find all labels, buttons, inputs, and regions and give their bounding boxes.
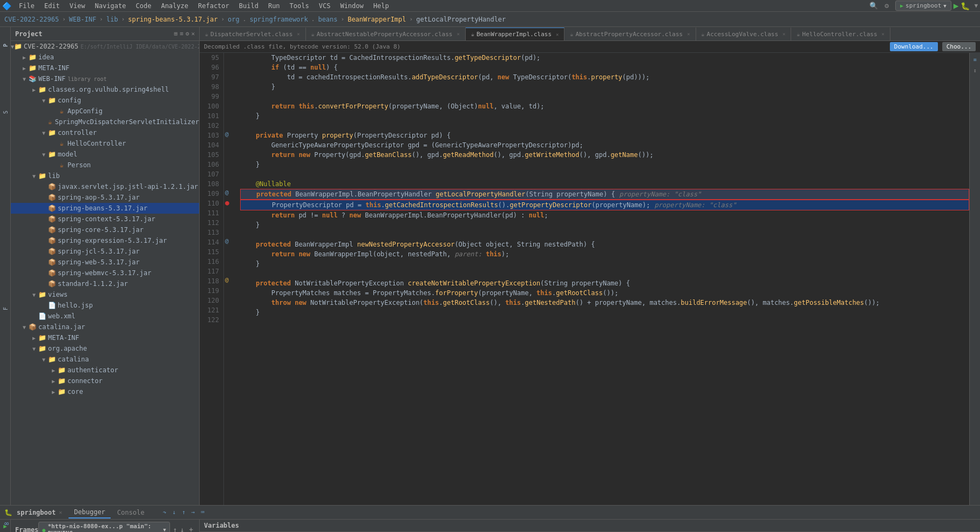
menu-edit[interactable]: Edit	[40, 1, 64, 11]
project-gear-icon[interactable]: ⚙	[186, 30, 189, 37]
tree-item-catalina-sub[interactable]: ▼ 📁 catalina	[11, 354, 199, 365]
tree-item-springjcl[interactable]: 📦 spring-jcl-5.3.17.jar	[11, 246, 199, 257]
menu-file[interactable]: File	[15, 1, 39, 11]
project-close-icon[interactable]: ✕	[191, 30, 195, 37]
tree-item-person[interactable]: ☕ Person	[11, 160, 199, 170]
code-editor[interactable]: TypeDescriptor td = CachedIntrospectionR…	[236, 53, 969, 505]
tree-item-standard[interactable]: 📦 standard-1.1.2.jar	[11, 278, 199, 289]
menu-refactor[interactable]: Refactor	[194, 1, 234, 11]
project-icon[interactable]: P	[1, 29, 10, 62]
debug-tab-debugger[interactable]: Debugger	[69, 507, 111, 519]
menu-analyze[interactable]: Analyze	[156, 1, 193, 11]
tab-close-beanwrapperimpl[interactable]: ✕	[556, 32, 559, 37]
menu-window[interactable]: Window	[336, 1, 368, 11]
tree-item-model[interactable]: ▼ 📁 model	[11, 149, 199, 160]
run-icon[interactable]: ▶	[954, 1, 959, 11]
tree-item-metainf[interactable]: ▶ 📁 META-INF	[11, 63, 199, 73]
download-sources-btn[interactable]: Download...	[890, 42, 938, 51]
structure-icon[interactable]: S	[1, 96, 10, 128]
code-container[interactable]: 95 96 97 98 99 100 101 102 103 104 105 1…	[200, 53, 980, 505]
menu-build[interactable]: Build	[235, 1, 263, 11]
debug-run-cursor[interactable]: →	[189, 508, 198, 517]
frames-up-btn[interactable]: ↑	[173, 526, 177, 532]
code-line-114: protected BeanWrapperImpl newNestedPrope…	[240, 240, 969, 249]
tree-item-connector[interactable]: ▶ 📁 connector	[11, 376, 199, 386]
tree-item-lib[interactable]: ▼ 📁 lib	[11, 170, 199, 181]
tree-item-catalina[interactable]: ▼ 📦 catalina.jar	[11, 322, 199, 332]
right-tool-1[interactable]: ≡	[971, 55, 979, 64]
tab-abstractnestable[interactable]: ☕ AbstractNestablePropertyAccessor.class…	[306, 28, 466, 40]
tree-item-springaop[interactable]: 📦 spring-aop-5.3.17.jar	[11, 192, 199, 203]
menu-tools[interactable]: Tools	[285, 1, 314, 11]
tab-accesslogvalve[interactable]: ☕ AccessLogValve.class ✕	[696, 28, 792, 40]
debug-step-into[interactable]: ↓	[170, 508, 178, 517]
tree-item-views[interactable]: ▼ 📁 views	[11, 289, 199, 300]
debug-icon[interactable]: 🐛	[961, 2, 970, 10]
tab-close-accesslogvalve[interactable]: ✕	[782, 31, 785, 37]
tree-item-hellojsp[interactable]: 📄 hello.jsp	[11, 300, 199, 311]
menu-vcs[interactable]: VCS	[315, 1, 335, 11]
tree-item-hellocontroller[interactable]: ☕ HelloController	[11, 138, 199, 149]
tree-item-orgapache[interactable]: ▼ 📁 org.apache	[11, 343, 199, 354]
breadcrumb-jar[interactable]: spring-beans-5.3.17.jar	[128, 16, 217, 23]
breadcrumb-ns3[interactable]: beans	[318, 16, 337, 23]
debug-tab-console[interactable]: Console	[112, 507, 150, 518]
tab-close-dispatcherservlet[interactable]: ✕	[297, 31, 300, 37]
menu-navigate[interactable]: Navigate	[91, 1, 131, 11]
tree-item-config[interactable]: ▼ 📁 config	[11, 95, 199, 106]
debug-close-tab[interactable]: ✕	[59, 509, 62, 515]
tree-item-springexpression[interactable]: 📦 spring-expression-5.3.17.jar	[11, 235, 199, 246]
debug-step-over[interactable]: ↷	[161, 508, 169, 517]
tree-item-webxml[interactable]: 📄 web.xml	[11, 311, 199, 322]
tree-item-catalina-metainf[interactable]: ▶ 📁 META-INF	[11, 332, 199, 343]
menu-view[interactable]: View	[65, 1, 90, 11]
tab-dispatcherservlet[interactable]: ☕ DispatcherServlet.class ✕	[200, 28, 306, 40]
code-line-122	[240, 317, 969, 327]
breadcrumb-webinf[interactable]: WEB-INF	[69, 16, 97, 23]
settings-icon[interactable]: ⚙	[884, 2, 889, 10]
project-layout-icon[interactable]: ⊞	[174, 30, 178, 37]
favorites-icon[interactable]: F	[1, 292, 10, 325]
frames-down-btn[interactable]: ↓	[180, 526, 184, 532]
tree-item-springbeans[interactable]: 📦 spring-beans-5.3.17.jar	[11, 203, 199, 214]
tab-beanwrapperimpl[interactable]: ☕ BeanWrapperImpl.class ✕	[466, 28, 565, 40]
breadcrumb-file[interactable]: BeanWrapperImpl	[348, 16, 406, 23]
tab-close-abstractproperty[interactable]: ✕	[687, 31, 690, 37]
breadcrumb-ns1[interactable]: org	[228, 16, 240, 23]
menu-run[interactable]: Run	[264, 1, 284, 11]
breadcrumb-lib[interactable]: lib	[106, 16, 118, 23]
thread-selector[interactable]: ● *http-nio-8080-ex...p "main": RUNNING …	[38, 522, 169, 532]
more-run-icon[interactable]: ▼	[974, 2, 978, 9]
tree-item-springweb[interactable]: 📦 spring-web-5.3.17.jar	[11, 257, 199, 268]
menu-code[interactable]: Code	[132, 1, 156, 11]
tab-close-abstractnestable[interactable]: ✕	[457, 31, 459, 37]
tree-item-jstl[interactable]: 📦 javax.servlet.jsp.jstl-api-1.2.1.jar	[11, 181, 199, 192]
right-tool-2[interactable]: ↕	[971, 66, 979, 74]
menu-help[interactable]: Help	[369, 1, 393, 11]
tree-root[interactable]: ▼ 📁 CVE-2022-22965 E:/soft/IntelliJ IDEA…	[11, 41, 199, 52]
tree-item-core[interactable]: ▶ 📁 core	[11, 386, 199, 397]
tree-item-idea[interactable]: ▶ 📁 idea	[11, 52, 199, 63]
breadcrumb-ns2[interactable]: springframework	[249, 16, 308, 23]
tab-close-hellocontroller[interactable]: ✕	[882, 31, 884, 37]
debug-eval[interactable]: ⌨	[199, 508, 207, 517]
breadcrumb-method[interactable]: getLocalPropertyHandler	[416, 16, 506, 23]
tab-abstractproperty[interactable]: ☕ AbstractPropertyAccessor.class ✕	[564, 28, 696, 40]
search-everywhere-icon[interactable]: 🔍	[869, 2, 878, 10]
tree-item-springcore[interactable]: 📦 spring-core-5.3.17.jar	[11, 224, 199, 235]
tree-item-controller[interactable]: ▼ 📁 controller	[11, 127, 199, 138]
tree-item-classes[interactable]: ▶ 📁 classes.org.vulhub.spring4shell	[11, 84, 199, 95]
breadcrumb-project[interactable]: CVE-2022-22965	[4, 16, 59, 23]
tree-item-webinf[interactable]: ▼ 📚 WEB-INF library root	[11, 73, 199, 84]
tab-hellocontroller[interactable]: ☕ HelloController.class ✕	[791, 28, 890, 40]
tree-item-springmvc[interactable]: ☕ SpringMvcDispatcherServletInitializer	[11, 117, 199, 127]
debug-step-out[interactable]: ↑	[180, 508, 188, 517]
choose-btn[interactable]: Choo...	[942, 42, 976, 51]
run-config-selector[interactable]: ▶ springboot ▼	[895, 1, 951, 11]
tree-item-appconfig[interactable]: ☕ AppConfig	[11, 106, 199, 117]
tree-item-springwebmvc[interactable]: 📦 spring-webmvc-5.3.17.jar	[11, 268, 199, 278]
project-collapse-icon[interactable]: ≡	[180, 30, 183, 37]
tree-item-authenticator[interactable]: ▶ 📁 authenticator	[11, 365, 199, 376]
tree-item-springcontext[interactable]: 📦 spring-context-5.3.17.jar	[11, 214, 199, 224]
add-frames-btn[interactable]: +	[187, 526, 195, 532]
